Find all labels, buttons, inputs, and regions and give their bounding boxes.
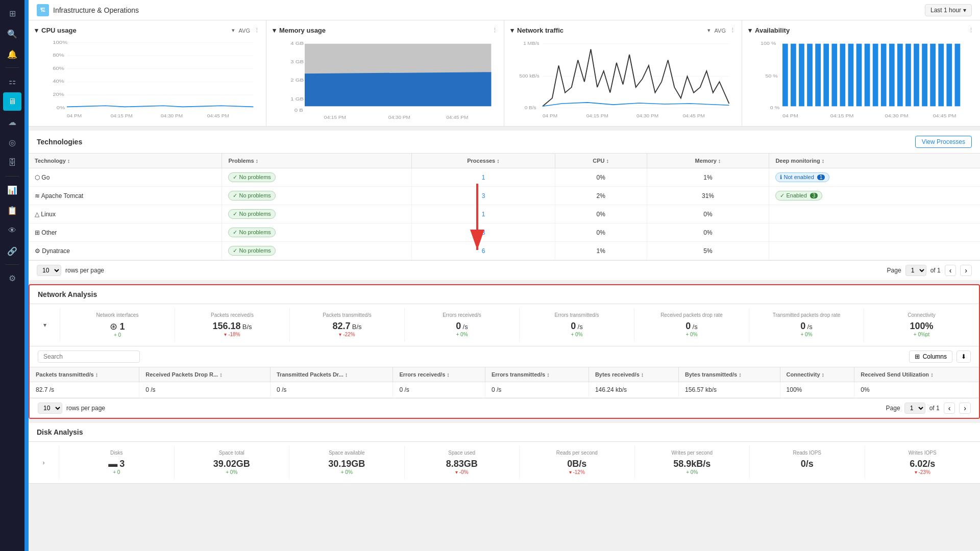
svg-text:100%: 100% (53, 39, 67, 45)
svg-rect-59 (946, 44, 952, 107)
export-button[interactable]: ⬇ (957, 350, 971, 363)
dm-go: ℹ Not enabled 1 (769, 168, 980, 187)
col-trans-drop[interactable]: Transmitted Packets Dr... ↕ (270, 367, 393, 382)
memory-tomcat: 31% (647, 187, 769, 205)
svg-rect-51 (881, 44, 887, 107)
col-problems[interactable]: Problems ↕ (222, 154, 412, 168)
space-total-label: Space total (177, 450, 287, 456)
col-recv-send-util[interactable]: Received Send Utilization ↕ (854, 367, 979, 382)
svg-text:04:45 PM: 04:45 PM (683, 113, 705, 118)
network-search-input[interactable] (38, 350, 140, 363)
chevron-down-icon[interactable]: ▾ (35, 27, 38, 34)
col-cpu[interactable]: CPU ↕ (555, 154, 647, 168)
col-memory[interactable]: Memory ↕ (647, 154, 769, 168)
svg-rect-42 (807, 44, 813, 107)
svg-rect-48 (856, 44, 862, 107)
svg-text:0 B: 0 B (295, 107, 303, 113)
col-bytes-trans[interactable]: Bytes transmitted/s ↕ (679, 367, 780, 382)
col-deep-monitoring[interactable]: Deep monitoring ↕ (769, 154, 980, 168)
disks-label: Disks (61, 450, 172, 456)
svg-rect-44 (823, 44, 829, 107)
sidebar-icon-home[interactable]: ⊞ (3, 4, 21, 22)
network-interfaces-delta: + 0 (62, 332, 173, 338)
sidebar-icon-apps[interactable]: ⚏ (3, 72, 21, 90)
network-rows-select[interactable]: 10 25 50 (38, 403, 62, 414)
col-processes[interactable]: Processes ↕ (412, 154, 555, 168)
network-analysis-section: Network Analysis ▾ Network interfaces ⊛ … (29, 284, 980, 419)
svg-text:04 PM: 04 PM (67, 113, 82, 118)
reads-delta: ▾ -12% (522, 469, 632, 475)
svg-text:3 GB: 3 GB (290, 59, 304, 64)
sidebar-icon-apm[interactable]: 📊 (3, 181, 21, 199)
col-packets-trans[interactable]: Packets transmitted/s ↕ (30, 367, 139, 382)
availability-chart-header: ▾ Availability ⋮ (748, 27, 974, 34)
network-expand-btn[interactable]: ▾ (30, 308, 60, 342)
space-available-value: 30.19GB (291, 459, 402, 469)
col-errors-trans[interactable]: Errors transmitted/s ↕ (485, 367, 589, 382)
no-problems-badge-go: ✓ No problems (228, 172, 275, 182)
tech-next-btn[interactable]: › (960, 265, 972, 276)
cpu-linux: 0% (555, 205, 647, 223)
space-available-delta: + 0% (291, 469, 402, 475)
technologies-pagination: 10 25 50 rows per page Page 1 of 1 ‹ › (29, 260, 980, 280)
sidebar-icon-settings[interactable]: ⚙ (3, 269, 21, 287)
svg-text:04:45 PM: 04:45 PM (933, 113, 957, 118)
network-chart-menu-icon[interactable]: ⋮ (730, 27, 736, 34)
memory-go: 1% (647, 168, 769, 187)
network-pagination: 10 25 50 rows per page Page 1 of 1 ‹ › (30, 398, 979, 418)
cell-errors-trans: 0 /s (485, 382, 589, 398)
sidebar-icon-infra[interactable]: 🖥 (3, 92, 21, 111)
network-analysis-header: Network Analysis (30, 285, 979, 304)
sidebar-icon-alerts[interactable]: 🔔 (3, 45, 21, 63)
sidebar-icon-logs[interactable]: 📋 (3, 201, 21, 219)
col-bytes-recv[interactable]: Bytes received/s ↕ (589, 367, 678, 382)
reads-col: Reads per second 0B/s ▾ -12% (520, 446, 635, 479)
col-recv-drop[interactable]: Received Packets Drop R... ↕ (139, 367, 271, 382)
tech-rows-select[interactable]: 10 25 50 (37, 265, 61, 276)
col-technology[interactable]: Technology ↕ (29, 154, 222, 168)
sidebar-icon-k8s[interactable]: ◎ (3, 133, 21, 152)
columns-button[interactable]: ⊞ Columns (909, 350, 952, 363)
sidebar-icon-database[interactable]: 🗄 (3, 154, 21, 172)
disk-expand-btn[interactable]: › (29, 446, 59, 479)
chevron-down-icon[interactable]: ▾ (510, 27, 514, 34)
main-content: 🏗 Infrastructure & Operations Last 1 hou… (29, 0, 980, 551)
sidebar-icon-rum[interactable]: 👁 (3, 221, 21, 240)
tech-dynatrace: ⚙ Dynatrace (29, 242, 222, 260)
availability-chart-controls: ⋮ (968, 27, 974, 34)
time-selector[interactable]: Last 1 hour ▾ (925, 4, 972, 16)
tech-prev-btn[interactable]: ‹ (945, 265, 957, 276)
cpu-chart-menu-icon[interactable]: ⋮ (254, 27, 260, 34)
memory-chart-menu-icon[interactable]: ⋮ (492, 27, 498, 34)
network-next-btn[interactable]: › (959, 403, 971, 414)
memory-chart-title: ▾ Memory usage (273, 27, 326, 34)
view-processes-button[interactable]: View Processes (915, 136, 972, 148)
svg-text:4 GB: 4 GB (290, 40, 304, 46)
sidebar-icon-syn[interactable]: 🔗 (3, 242, 21, 260)
availability-chart-svg: 100 % 50 % 0 % (748, 38, 974, 120)
tech-page-select[interactable]: 1 (905, 265, 926, 276)
packets-transmitted-label: Packets transmitted/s (292, 312, 402, 318)
space-used-delta: ▾ -0% (407, 469, 518, 475)
reads-iops-label: Reads IOPS (752, 450, 863, 456)
svg-rect-58 (938, 44, 944, 107)
chevron-down-icon[interactable]: ▾ (273, 27, 276, 34)
chevron-down-icon-avg[interactable]: ▾ (707, 27, 710, 34)
sidebar-icon-search[interactable]: 🔍 (3, 24, 21, 43)
space-available-col: Space available 30.19GB + 0% (289, 446, 405, 479)
network-prev-btn[interactable]: ‹ (944, 403, 955, 414)
network-page-select[interactable]: 1 (904, 403, 925, 414)
network-table-container: Packets transmitted/s ↕ Received Packets… (30, 367, 979, 398)
enabled-badge-tomcat: ✓ Enabled 3 (775, 191, 822, 201)
technologies-table-head: Technology ↕ Problems ↕ Processes ↕ CPU … (29, 154, 980, 168)
availability-chart-menu-icon[interactable]: ⋮ (968, 27, 974, 34)
technologies-section: Technologies View Processes Technology ↕… (29, 131, 980, 280)
network-icon: ⊛ (110, 321, 117, 332)
sidebar-icon-cloud[interactable]: ☁ (3, 113, 21, 131)
svg-text:04:30 PM: 04:30 PM (885, 113, 909, 118)
chevron-down-icon[interactable]: ▾ (748, 27, 752, 34)
col-connectivity[interactable]: Connectivity ↕ (780, 367, 854, 382)
chevron-down-icon-avg[interactable]: ▾ (232, 27, 235, 34)
cell-errors-recv: 0 /s (393, 382, 485, 398)
col-errors-recv[interactable]: Errors received/s ↕ (393, 367, 485, 382)
